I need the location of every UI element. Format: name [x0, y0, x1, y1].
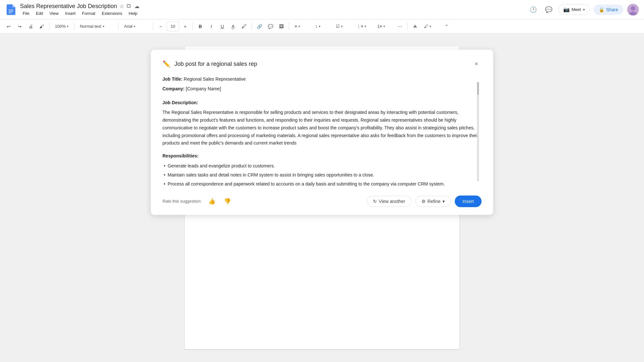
- company-value: [Company Name]: [186, 86, 221, 91]
- line-spacing-icon: ↕: [315, 24, 317, 29]
- zoom-chevron-icon: ▾: [67, 25, 68, 28]
- insert-label: Insert: [462, 199, 474, 204]
- divider-1: [49, 23, 49, 30]
- font-select[interactable]: Arial ▾: [121, 22, 150, 31]
- folder-icon[interactable]: ⛋: [127, 3, 132, 9]
- divider-3: [118, 23, 119, 30]
- highlight-icon: 🖊: [424, 24, 428, 29]
- meet-button[interactable]: 📷 Meet ▾: [558, 4, 590, 15]
- scroll-bar[interactable]: [477, 82, 479, 181]
- avatar[interactable]: [627, 4, 639, 15]
- responsibility-item-2: Maintain sales tasks and detail notes in…: [162, 171, 482, 178]
- underline-button[interactable]: U: [217, 22, 227, 31]
- ai-panel-title-row: ✏️ Job post for a regional sales rep: [162, 60, 257, 68]
- doc-title[interactable]: Sales Representative Job Description: [20, 3, 117, 10]
- svg-point-4: [631, 6, 635, 11]
- text-color-button[interactable]: A̲: [228, 22, 238, 31]
- job-description-text: The Regional Sales Representative is res…: [162, 109, 482, 147]
- numbered-list-icon: 1≡: [377, 24, 382, 29]
- thumbs-down-button[interactable]: 👎: [222, 196, 233, 206]
- zoom-value: 100%: [55, 24, 66, 29]
- camera-icon: 📷: [563, 6, 570, 13]
- insert-button[interactable]: Insert: [455, 196, 482, 207]
- ai-panel-title: Job post for a regional sales rep: [174, 61, 257, 67]
- scroll-thumb[interactable]: [477, 82, 479, 95]
- paragraph-style-value: Normal text: [80, 24, 101, 29]
- increase-font-button[interactable]: +: [180, 22, 190, 31]
- menu-extensions[interactable]: Extensions: [99, 10, 125, 16]
- undo-button[interactable]: ↩: [4, 22, 14, 31]
- star-icon[interactable]: ☆: [119, 3, 124, 9]
- job-title-value: Regional Sales Representative: [184, 76, 246, 82]
- job-title-row: Job Title: Regional Sales Representative: [162, 75, 482, 83]
- collapse-toolbar-button[interactable]: ⌃: [442, 22, 452, 31]
- strikethrough-button[interactable]: A: [410, 22, 420, 31]
- font-size-input[interactable]: [168, 24, 177, 29]
- divider-4: [153, 23, 153, 30]
- menu-format[interactable]: Format: [79, 10, 98, 16]
- paragraph-style-select[interactable]: Normal text ▾: [77, 22, 116, 31]
- paint-format-button[interactable]: 🖌: [37, 22, 47, 31]
- ai-footer-left: Rate this suggestion: 👍 👎: [162, 196, 233, 206]
- align-select[interactable]: ≡ ▾: [292, 22, 311, 31]
- print-button[interactable]: 🖨: [26, 22, 36, 31]
- company-label: Company:: [162, 86, 184, 91]
- divider-6: [252, 23, 252, 30]
- checklist-select[interactable]: ☑ ▾: [333, 22, 352, 31]
- filter-icon: ⚙: [421, 199, 426, 204]
- bullet-list-select[interactable]: ⋮≡ ▾: [354, 22, 373, 31]
- italic-button[interactable]: I: [206, 22, 216, 31]
- divider-8: [407, 23, 408, 30]
- paragraph-chevron-icon: ▾: [103, 25, 104, 28]
- refine-button[interactable]: ⚙ Refine ▾: [415, 196, 451, 207]
- responsibilities-heading: Responsibilities:: [162, 152, 482, 159]
- align-icon: ≡: [295, 24, 297, 29]
- divider-2: [74, 23, 74, 30]
- top-bar: Sales Representative Job Description ☆ ⛋…: [0, 0, 644, 19]
- responsibilities-list: Generate leads and evangelize product to…: [162, 162, 482, 188]
- comments-icon[interactable]: 💬: [543, 4, 555, 15]
- ai-suggestion-panel: ✏️ Job post for a regional sales rep × J…: [151, 50, 493, 215]
- comment-button[interactable]: 💬: [265, 22, 275, 31]
- font-size-box: [167, 22, 179, 31]
- menu-help[interactable]: Help: [126, 10, 140, 16]
- more-options-button[interactable]: ⋯: [395, 22, 405, 31]
- highlight-button[interactable]: 🖊: [239, 22, 249, 31]
- zoom-select[interactable]: 100% ▾: [52, 22, 71, 31]
- svg-rect-0: [9, 10, 14, 10]
- job-title-label: Job Title:: [162, 76, 182, 82]
- history-icon[interactable]: 🕐: [527, 4, 539, 15]
- highlight-select[interactable]: 🖊 ▾: [421, 22, 441, 31]
- divider-5: [192, 23, 193, 30]
- menu-edit[interactable]: Edit: [33, 10, 46, 16]
- decrease-font-button[interactable]: −: [156, 22, 165, 31]
- numbered-list-select[interactable]: 1≡ ▾: [374, 22, 394, 31]
- chevron-down-icon: ▾: [583, 7, 585, 12]
- cloud-icon[interactable]: ☁: [134, 3, 140, 9]
- job-description-heading: Job Description:: [162, 99, 482, 106]
- line-spacing-select[interactable]: ↕ ▾: [312, 22, 332, 31]
- close-icon: ×: [475, 61, 478, 67]
- responsibility-item-3: Process all correspondence and paperwork…: [162, 180, 482, 187]
- menu-view[interactable]: View: [47, 10, 61, 16]
- close-button[interactable]: ×: [471, 59, 482, 69]
- view-another-button[interactable]: ↻ View another: [367, 196, 411, 207]
- menu-file[interactable]: File: [20, 10, 32, 16]
- thumbs-up-button[interactable]: 👍: [207, 196, 217, 206]
- link-button[interactable]: 🔗: [254, 22, 264, 31]
- redo-button[interactable]: ↪: [15, 22, 25, 31]
- numbered-chevron-icon: ▾: [383, 25, 385, 28]
- menu-insert[interactable]: Insert: [62, 10, 78, 16]
- line-spacing-chevron-icon: ▾: [319, 25, 320, 28]
- lock-icon: 🔒: [599, 7, 604, 12]
- meet-label: Meet: [572, 7, 581, 12]
- company-row: Company: [Company Name]: [162, 85, 482, 92]
- image-button[interactable]: 🖼: [276, 22, 286, 31]
- bold-button[interactable]: B: [195, 22, 205, 31]
- divider-7: [289, 23, 289, 30]
- title-icons: ☆ ⛋ ☁: [119, 3, 140, 9]
- ai-panel-header: ✏️ Job post for a regional sales rep ×: [162, 59, 482, 69]
- share-button[interactable]: 🔒 Share: [594, 5, 623, 15]
- refresh-icon: ↻: [373, 199, 377, 204]
- svg-rect-2: [9, 13, 12, 13]
